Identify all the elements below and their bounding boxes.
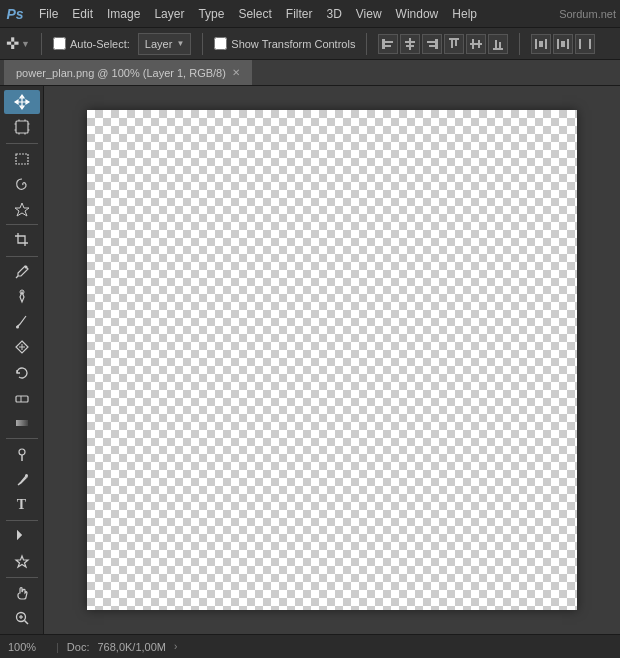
distribute-left-icon[interactable] <box>531 34 551 54</box>
svg-rect-12 <box>470 43 482 45</box>
svg-rect-8 <box>429 45 435 47</box>
svg-rect-13 <box>472 39 474 49</box>
menu-image[interactable]: Image <box>100 5 147 23</box>
svg-rect-25 <box>589 39 591 49</box>
menu-type[interactable]: Type <box>191 5 231 23</box>
menu-edit[interactable]: Edit <box>65 5 100 23</box>
menu-select[interactable]: Select <box>231 5 278 23</box>
distribute-right-icon[interactable] <box>575 34 595 54</box>
toolbar: T <box>0 86 44 634</box>
align-left-icon[interactable] <box>378 34 398 54</box>
auto-select-checkbox[interactable]: Auto-Select: <box>53 37 130 50</box>
show-transform-input[interactable] <box>214 37 227 50</box>
svg-rect-9 <box>449 38 459 40</box>
dodge-tool-btn[interactable] <box>4 442 40 466</box>
canvas-area[interactable] <box>44 86 620 634</box>
ps-logo-icon: Ps <box>4 3 26 25</box>
spot-heal-tool-btn[interactable] <box>4 285 40 309</box>
toolbar-sep-2 <box>6 224 38 225</box>
menu-file[interactable]: File <box>32 5 65 23</box>
svg-rect-34 <box>16 396 28 402</box>
rect-marquee-tool-btn[interactable] <box>4 146 40 170</box>
svg-rect-24 <box>579 39 581 49</box>
canvas-tab[interactable]: power_plan.png @ 100% (Layer 1, RGB/8) ✕ <box>4 60 253 85</box>
zoom-tool-btn[interactable] <box>4 606 40 630</box>
tab-close-icon[interactable]: ✕ <box>232 67 240 78</box>
svg-point-39 <box>25 474 28 477</box>
status-arrow-icon[interactable]: › <box>174 641 177 652</box>
svg-rect-20 <box>539 41 543 47</box>
move-tool-icon: ✜ ▼ <box>6 34 30 53</box>
show-transform-label: Show Transform Controls <box>231 38 355 50</box>
path-select-tool-btn[interactable] <box>4 524 40 548</box>
svg-rect-21 <box>557 39 559 49</box>
menu-filter[interactable]: Filter <box>279 5 320 23</box>
toolbar-sep-4 <box>6 438 38 439</box>
status-bar: 100% | Doc: 768,0K/1,00M › <box>0 634 620 658</box>
svg-rect-23 <box>561 41 565 47</box>
svg-rect-26 <box>16 121 28 133</box>
options-separator-3 <box>366 33 367 55</box>
svg-rect-5 <box>406 45 414 47</box>
distribute-center-h-icon[interactable] <box>553 34 573 54</box>
align-right-icon[interactable] <box>422 34 442 54</box>
wand-tool-btn[interactable] <box>4 197 40 221</box>
tab-title: power_plan.png @ 100% (Layer 1, RGB/8) <box>16 67 226 79</box>
align-center-v-icon[interactable] <box>466 34 486 54</box>
pen-tool-btn[interactable] <box>4 468 40 492</box>
options-separator-1 <box>41 33 42 55</box>
auto-select-input[interactable] <box>53 37 66 50</box>
clone-stamp-tool-btn[interactable] <box>4 335 40 359</box>
doc-label: Doc: <box>67 641 90 653</box>
svg-rect-0 <box>382 39 385 49</box>
align-center-h-icon[interactable] <box>400 34 420 54</box>
canvas-checker <box>87 110 577 610</box>
menu-window[interactable]: Window <box>389 5 446 23</box>
artboard-tool-btn[interactable] <box>4 115 40 139</box>
toolbar-sep-5 <box>6 520 38 521</box>
distribute-icons-group <box>531 34 595 54</box>
gradient-tool-btn[interactable] <box>4 411 40 435</box>
options-bar: ✜ ▼ Auto-Select: Layer Show Transform Co… <box>0 28 620 60</box>
svg-rect-2 <box>385 45 391 47</box>
menu-3d[interactable]: 3D <box>319 5 348 23</box>
eyedropper-tool-btn[interactable] <box>4 259 40 283</box>
menu-view[interactable]: View <box>349 5 389 23</box>
menu-layer[interactable]: Layer <box>147 5 191 23</box>
history-brush-tool-btn[interactable] <box>4 361 40 385</box>
brush-tool-btn[interactable] <box>4 310 40 334</box>
align-top-icon[interactable] <box>444 34 464 54</box>
svg-rect-1 <box>385 41 393 43</box>
svg-line-41 <box>24 621 28 625</box>
svg-rect-36 <box>16 420 28 426</box>
toolbar-sep-6 <box>6 577 38 578</box>
layer-dropdown[interactable]: Layer <box>138 33 191 55</box>
svg-rect-19 <box>545 39 547 49</box>
svg-rect-4 <box>405 41 415 43</box>
svg-rect-11 <box>455 40 457 46</box>
svg-rect-6 <box>435 39 438 49</box>
lasso-tool-btn[interactable] <box>4 172 40 196</box>
toolbar-sep-1 <box>6 143 38 144</box>
align-icons-group <box>378 34 508 54</box>
toolbar-sep-3 <box>6 256 38 257</box>
menu-help[interactable]: Help <box>445 5 484 23</box>
eraser-tool-btn[interactable] <box>4 386 40 410</box>
show-transform-checkbox[interactable]: Show Transform Controls <box>214 37 355 50</box>
svg-rect-22 <box>567 39 569 49</box>
brand-label: Sordum.net <box>559 8 616 20</box>
zoom-level: 100% <box>8 641 48 653</box>
crop-tool-btn[interactable] <box>4 228 40 252</box>
svg-rect-18 <box>535 39 537 49</box>
text-tool-btn[interactable]: T <box>4 493 40 517</box>
layer-dropdown-label: Layer <box>145 38 173 50</box>
custom-shape-tool-btn[interactable] <box>4 549 40 573</box>
move-tool-btn[interactable] <box>4 90 40 114</box>
hand-tool-btn[interactable] <box>4 581 40 605</box>
svg-rect-17 <box>499 42 501 48</box>
svg-rect-14 <box>478 40 480 48</box>
auto-select-label: Auto-Select: <box>70 38 130 50</box>
svg-rect-10 <box>451 40 453 48</box>
main-area: T <box>0 86 620 634</box>
align-bottom-icon[interactable] <box>488 34 508 54</box>
